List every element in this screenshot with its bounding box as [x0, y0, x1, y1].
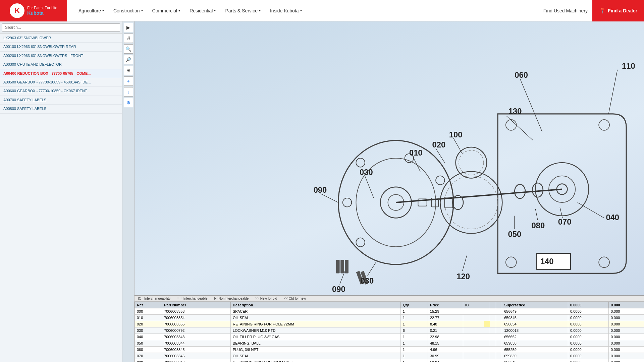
- svg-text:050: 050: [508, 230, 521, 239]
- nav-residential[interactable]: Residential ▾: [185, 0, 220, 21]
- val2-cell: 0.000: [608, 353, 644, 359]
- svg-point-0: [338, 140, 453, 264]
- zoom-out-button[interactable]: 🔎: [124, 55, 133, 64]
- part-no-cell: 7006003343: [162, 334, 231, 340]
- qty-cell: 1: [400, 353, 428, 359]
- sidebar-item-a00600[interactable]: A00600 GEARBOX - 77700-10859 - CK067 IDE…: [0, 87, 122, 96]
- col-c1: [484, 302, 490, 308]
- find-used-machinery-button[interactable]: Find Used Machinery: [539, 0, 592, 21]
- print-button[interactable]: 🖨: [124, 34, 133, 43]
- price-cell: 15.29: [428, 308, 463, 315]
- sidebar-item-a00200[interactable]: A00200 LX2963 63" SNOWBLOWERS - FRONT: [0, 52, 122, 60]
- col-desc: Description: [231, 302, 401, 308]
- table-row[interactable]: 0007006003353SPACER115.296566490.00000.0…: [135, 308, 644, 315]
- table-row[interactable]: 0607006003345PLUG, 3/8 NPT14.966552590.0…: [135, 347, 644, 353]
- ic-cell: [463, 334, 484, 340]
- svg-line-36: [507, 116, 533, 141]
- svg-text:100: 100: [449, 130, 463, 139]
- sidebar-item-a00300[interactable]: A00300 CHUTE AND DEFLECTOR: [0, 60, 122, 69]
- sup-cell: 655259: [502, 347, 568, 353]
- qty-cell: 1: [400, 308, 428, 315]
- svg-text:040: 040: [606, 213, 619, 222]
- price-cell: 4.96: [428, 347, 463, 353]
- sidebar-item-a00700[interactable]: A00700 SAFETY LABELS: [0, 96, 122, 105]
- play-button[interactable]: ▶: [124, 23, 133, 32]
- part-no-cell: 7006003355: [162, 321, 231, 327]
- c3-cell: [496, 347, 502, 353]
- tagline-block: For Earth, For Life Kubota: [27, 5, 57, 16]
- svg-rect-29: [345, 260, 348, 274]
- c2-cell: [490, 340, 496, 347]
- nav-parts-service[interactable]: Parts & Service ▾: [220, 0, 265, 21]
- svg-text:030: 030: [361, 276, 374, 285]
- sup-cell: 656654: [502, 321, 568, 327]
- col-val1: 0.0000: [568, 302, 609, 308]
- svg-line-44: [365, 176, 374, 198]
- sup-cell: 656662: [502, 334, 568, 340]
- qty-cell: 1: [400, 340, 428, 347]
- price-cell: 30.99: [428, 353, 463, 359]
- nav-inside-kubota[interactable]: Inside Kubota ▾: [265, 0, 307, 21]
- col-qty: Qty: [400, 302, 428, 308]
- zoom-in-button[interactable]: 🔍: [124, 44, 133, 54]
- desc-cell: OIL FILLER PLUG 3/8" GAS: [231, 334, 401, 340]
- add-button[interactable]: +: [124, 76, 133, 86]
- sidebar-item-a00400[interactable]: A00400 REDUCTION BOX - 77700-05765 - COM…: [0, 69, 122, 78]
- val2-cell: 0.000: [608, 340, 644, 347]
- table-header: Ref Part Number Description Qty Price IC…: [135, 302, 644, 308]
- qty-cell: 1: [400, 315, 428, 321]
- svg-text:110: 110: [622, 61, 635, 70]
- col-price: Price: [428, 302, 463, 308]
- table-row[interactable]: 0507006003344BEARING, BALL148.156598380.…: [135, 340, 644, 347]
- kubota-logo-circle: K: [10, 3, 24, 18]
- parts-table-section: IC - Interchangeability = = Interchangea…: [135, 295, 644, 362]
- table-row[interactable]: 0407006003343OIL FILLER PLUG 3/8" GAS122…: [135, 334, 644, 340]
- svg-point-5: [343, 198, 352, 207]
- sidebar: LX2963 63" SNOWBLOWERA00100 LX2963 63" S…: [0, 21, 122, 362]
- desc-cell: OIL SEAL: [231, 315, 401, 321]
- val1-cell: 0.0000: [568, 315, 609, 321]
- svg-line-38: [453, 138, 462, 154]
- search-input[interactable]: [2, 23, 120, 32]
- val2-cell: 0.000: [608, 359, 644, 362]
- ic-cell: [463, 353, 484, 359]
- svg-line-60: [462, 256, 467, 271]
- svg-point-6: [356, 238, 365, 247]
- sidebar-item-a00500[interactable]: A00500 GEARBOX - 77700-10859 - 4500144S …: [0, 78, 122, 87]
- sidebar-search-area: [0, 21, 122, 34]
- svg-line-34: [520, 78, 542, 132]
- sidebar-item-a00800[interactable]: A00800 SAFETY LABELS: [0, 105, 122, 113]
- chevron-down-icon: ▾: [300, 9, 302, 12]
- val2-cell: 0.000: [608, 308, 644, 315]
- c3-cell: [496, 308, 502, 315]
- table-row[interactable]: 0707006003346OIL SEAL130.996598390.00000…: [135, 353, 644, 359]
- desc-cell: SPACER: [231, 308, 401, 315]
- svg-text:120: 120: [457, 272, 470, 281]
- c1-cell: [484, 327, 490, 334]
- table-row[interactable]: 0807006003347RETAINING RING FOR 80MM HOL…: [135, 359, 644, 362]
- parts-table-body: 0007006003353SPACER115.296566490.00000.0…: [135, 308, 644, 362]
- ic-cell: [463, 308, 484, 315]
- sidebar-item-lx2963[interactable]: LX2963 63" SNOWBLOWER: [0, 34, 122, 43]
- nav-agriculture[interactable]: Agriculture ▾: [74, 0, 109, 21]
- col-superseded: Superseded: [502, 302, 568, 308]
- nav-construction[interactable]: Construction ▾: [109, 0, 148, 21]
- svg-point-16: [440, 172, 502, 234]
- ref-cell: 020: [135, 321, 162, 327]
- fit-button[interactable]: ⊞: [124, 66, 133, 75]
- svg-point-25: [515, 184, 525, 198]
- svg-rect-27: [336, 260, 340, 274]
- nav-commercial[interactable]: Commercial ▾: [148, 0, 185, 21]
- target-button[interactable]: ⊕: [124, 98, 133, 107]
- val1-cell: 0.0000: [568, 359, 609, 362]
- find-dealer-button[interactable]: 📍 Find a Dealer: [592, 0, 644, 21]
- table-row[interactable]: 0107006003354OIL SEAL122.776598450.00000…: [135, 315, 644, 321]
- sidebar-item-a00100[interactable]: A00100 LX2963 63" SNOWBLOWER REAR: [0, 43, 122, 51]
- old-for-new-legend: << Old for new: [284, 297, 306, 300]
- down-button[interactable]: ↓: [124, 87, 133, 97]
- svg-point-2: [380, 187, 411, 218]
- ref-cell: 030: [135, 327, 162, 334]
- svg-text:140: 140: [540, 257, 554, 266]
- table-row[interactable]: 0207006003355RETAINING RING FOR HOLE 72M…: [135, 321, 644, 327]
- table-row[interactable]: 0307006000792LOCKWASHER M10 PTD60.211200…: [135, 327, 644, 334]
